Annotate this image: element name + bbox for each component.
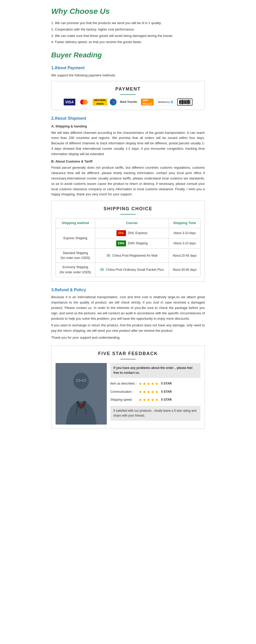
- western-union-logo: WESTERNUNION: [92, 98, 108, 106]
- shipping-table: Shipping method Courier Shipping Time Ex…: [56, 218, 200, 277]
- webmoney-logo: WebMoney 🌐: [156, 98, 175, 106]
- dhl-name: DHL Express: [128, 230, 147, 236]
- feedback-image: [56, 363, 107, 425]
- svg-rect-10: [185, 100, 186, 104]
- boletol-logo: Boletol: [177, 98, 193, 106]
- economy-courier: ✉ China Post Ordinary Small Packet Plus: [95, 263, 169, 277]
- svg-rect-6: [181, 100, 182, 104]
- qiwi-logo: QIWIWALLET: [141, 98, 154, 106]
- shipping-box-title: SHIPPING CHOICE: [56, 205, 200, 213]
- rating-text-1: 5 STAR: [161, 381, 172, 386]
- svg-text:Boletol: Boletol: [179, 104, 185, 104]
- maestro-logo: [110, 98, 117, 106]
- svg-point-18: [73, 373, 89, 389]
- feedback-box: FIVE STAR FEEDBACK if you have any: [51, 346, 205, 429]
- table-row: Standard Shipping(for order over USD5) ✉…: [56, 249, 200, 263]
- economy-time: About 40-60 days: [169, 263, 200, 277]
- shipment-section-heading: 2.About Shipment: [51, 115, 205, 122]
- ship-col-time: Shipping Time: [169, 218, 200, 228]
- shipping-handling-text: We will take different channels accordin…: [51, 130, 205, 157]
- rating-row-1: Item as described： ★★★★★ 5 STAR: [110, 380, 200, 387]
- standard-courier: ✉ China Post Registered Air Mail: [95, 249, 169, 263]
- refund-para-2: If you want to exchange or return the pr…: [51, 323, 205, 334]
- rating-text-3: 5 STAR: [161, 397, 172, 402]
- ems-name: EMS Shipping: [128, 241, 147, 246]
- ems-logo: EMS: [116, 240, 126, 246]
- svg-rect-11: [186, 100, 187, 104]
- refund-section-heading: 3.Refund & Policy: [51, 287, 205, 293]
- feedback-right: if you have any problems about the order…: [110, 363, 200, 421]
- economy-method: Economy Shipping(for order under USD5): [56, 263, 95, 277]
- why-point-1: 1. We can promise you that the products …: [51, 21, 205, 26]
- why-point-3: 3. We can make sure that these goods wil…: [51, 33, 205, 39]
- ems-courier: EMS EMS Shipping: [95, 238, 169, 248]
- payment-underline: [120, 94, 136, 95]
- mastercard-logo: [78, 98, 90, 106]
- shipping-underline: [120, 214, 136, 215]
- why-point-4: 4. Faster delivery speed, so that you re…: [51, 39, 205, 45]
- svg-rect-14: [189, 100, 189, 104]
- payment-intro: We support the following payment methods…: [51, 73, 205, 78]
- feedback-underline: [120, 359, 136, 359]
- svg-rect-8: [183, 100, 184, 104]
- standard-courier-name: China Post Registered Air Mail: [112, 253, 157, 258]
- rating-label-2: Communication：: [110, 389, 138, 394]
- dhl-courier: DHL DHL Express: [95, 228, 169, 238]
- why-point-2: 2. Cooperation with the factory, higher …: [51, 27, 205, 32]
- why-choose-us-title: Why Choose Us: [51, 5, 205, 17]
- ship-col-courier: Courier: [95, 218, 169, 228]
- ems-time: About 3-10 days: [169, 238, 200, 248]
- standard-time: About 20-45 days: [169, 249, 200, 263]
- svg-rect-12: [187, 100, 187, 104]
- svg-rect-13: [188, 100, 189, 104]
- customs-text: Postal parcel generally does not produce…: [51, 165, 205, 197]
- table-row: Economy Shipping(for order under USD5) ✉…: [56, 263, 200, 277]
- china-post-icon-2: ✉: [100, 266, 104, 274]
- bank-transfer-logo: Bank Transfer: [119, 98, 139, 106]
- rating-row-3: Shipping speed: ★★★★★ 5 STAR: [110, 397, 200, 403]
- feedback-footer: If satisfied with our products，kindly le…: [110, 406, 200, 421]
- rating-stars-2: ★★★★★: [138, 389, 159, 395]
- refund-para-3: Thank you for your support and understan…: [51, 335, 205, 340]
- dhl-logo: DHL: [116, 230, 126, 236]
- payment-logos: VISA WESTERNUNION Bank Transfer QIWIWALL…: [56, 98, 200, 106]
- shipping-box: SHIPPING CHOICE Shipping method Courier …: [51, 201, 205, 281]
- payment-section-heading: 1.About Payment: [51, 65, 205, 71]
- rating-label-1: Item as described：: [110, 381, 138, 386]
- why-choose-us-list: 1. We can promise you that the products …: [51, 21, 205, 45]
- dhl-time: About 3-10 days: [169, 228, 200, 238]
- rating-stars-3: ★★★★★: [138, 397, 159, 403]
- standard-method: Standard Shipping(for order over USD5): [56, 249, 95, 263]
- rating-stars-1: ★★★★★: [138, 380, 159, 387]
- rating-label-3: Shipping speed:: [110, 397, 138, 402]
- table-row: Express Shipping DHL DHL Express About 3…: [56, 228, 200, 238]
- buyer-reading-title: Buyer Reading: [51, 49, 205, 61]
- visa-logo: VISA: [63, 98, 76, 106]
- refund-para-1: Because it is an international transport…: [51, 295, 205, 321]
- feedback-content: if you have any problems about the order…: [56, 363, 200, 425]
- shipping-handling-heading: A. Shipping & handing: [51, 124, 205, 129]
- payment-box-title: PAYMENT: [56, 85, 200, 93]
- feedback-message: if you have any problems about the order…: [110, 363, 200, 378]
- feedback-box-title: FIVE STAR FEEDBACK: [56, 350, 200, 357]
- express-method: Express Shipping: [56, 228, 95, 248]
- payment-box: PAYMENT VISA WESTERNUNION Bank Transfer …: [51, 81, 205, 110]
- svg-rect-15: [190, 100, 190, 104]
- economy-courier-name: China Post Ordinary Small Packet Plus: [106, 267, 164, 273]
- ship-col-method: Shipping method: [56, 218, 95, 228]
- svg-rect-4: [179, 100, 180, 104]
- rating-text-2: 5 STAR: [161, 389, 172, 394]
- rating-row-2: Communication： ★★★★★ 5 STAR: [110, 389, 200, 395]
- customs-heading: B. About Customs & Tariff: [51, 159, 205, 164]
- china-post-icon: ✉: [106, 252, 110, 259]
